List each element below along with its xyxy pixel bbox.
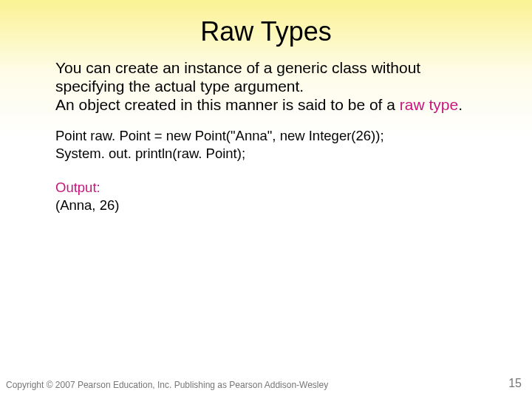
output-label: Output: bbox=[55, 179, 486, 196]
page-number: 15 bbox=[508, 377, 522, 390]
code-line-2: System. out. println(raw. Point); bbox=[55, 145, 486, 163]
code-block: Point raw. Point = new Point("Anna", new… bbox=[55, 127, 486, 163]
intro-line2: An object created in this manner is said… bbox=[55, 96, 400, 113]
code-line-1: Point raw. Point = new Point("Anna", new… bbox=[55, 127, 486, 145]
copyright-footer: Copyright © 2007 Pearson Education, Inc.… bbox=[6, 380, 328, 390]
intro-paragraph: You can create an instance of a generic … bbox=[55, 59, 486, 114]
output-value: (Anna, 26) bbox=[55, 197, 486, 214]
intro-line2-end: . bbox=[458, 96, 463, 113]
slide-body: You can create an instance of a generic … bbox=[0, 53, 532, 214]
raw-type-term: raw type bbox=[400, 96, 458, 113]
intro-line1: You can create an instance of a generic … bbox=[55, 59, 420, 95]
output-block: Output: (Anna, 26) bbox=[55, 179, 486, 213]
slide-title: Raw Types bbox=[0, 0, 532, 53]
slide: Raw Types You can create an instance of … bbox=[0, 0, 532, 399]
